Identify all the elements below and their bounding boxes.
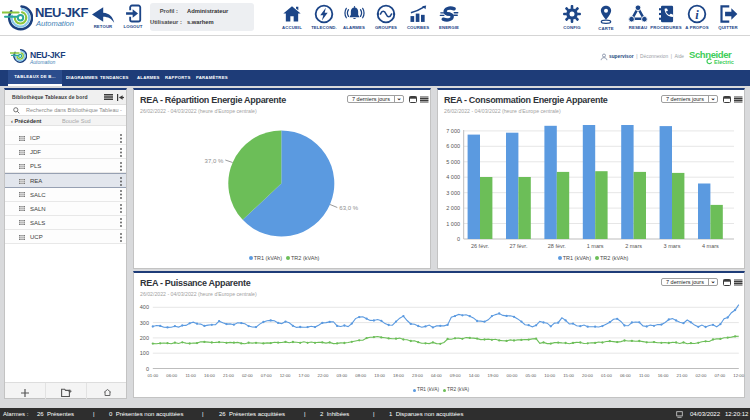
svg-text:07:00: 07:00 — [261, 373, 272, 378]
svg-text:06:00: 06:00 — [620, 373, 631, 378]
svg-text:01:00: 01:00 — [601, 373, 612, 378]
svg-text:21:00: 21:00 — [677, 373, 688, 378]
svg-text:26 févr.: 26 févr. — [471, 243, 490, 249]
svg-text:11:00: 11:00 — [639, 373, 650, 378]
svg-text:3 000: 3 000 — [446, 189, 460, 195]
svg-text:12:00: 12:00 — [280, 373, 291, 378]
svg-text:19:00: 19:00 — [488, 373, 499, 378]
svg-text:28 févr.: 28 févr. — [548, 243, 567, 249]
svg-text:22:00: 22:00 — [318, 373, 329, 378]
svg-text:3 mars: 3 mars — [664, 243, 681, 249]
svg-text:i: i — [695, 8, 699, 22]
svg-text:4 000: 4 000 — [446, 174, 460, 180]
svg-text:400: 400 — [140, 304, 149, 310]
svg-text:300: 300 — [140, 320, 149, 326]
svg-text:63,0 %: 63,0 % — [339, 205, 358, 211]
svg-text:100: 100 — [140, 350, 149, 356]
svg-text:10:00: 10:00 — [544, 373, 555, 378]
svg-text:17:00: 17:00 — [299, 373, 310, 378]
svg-text:2 000: 2 000 — [446, 205, 460, 211]
svg-text:06:00: 06:00 — [166, 373, 177, 378]
svg-text:18:00: 18:00 — [393, 373, 404, 378]
svg-text:02:00: 02:00 — [242, 373, 253, 378]
svg-text:4 mars: 4 mars — [702, 243, 719, 249]
svg-text:7 000: 7 000 — [446, 127, 460, 133]
svg-text:23:00: 23:00 — [412, 373, 423, 378]
svg-text:03:00: 03:00 — [336, 373, 347, 378]
svg-text:16:00: 16:00 — [658, 373, 669, 378]
svg-text:0: 0 — [146, 366, 149, 372]
svg-text:1 mars: 1 mars — [587, 243, 604, 249]
svg-text:11:00: 11:00 — [185, 373, 196, 378]
svg-text:02:00: 02:00 — [696, 373, 707, 378]
svg-text:6 000: 6 000 — [446, 143, 460, 149]
svg-text:15:00: 15:00 — [563, 373, 574, 378]
svg-text:08:00: 08:00 — [355, 373, 366, 378]
svg-text:27 févr.: 27 févr. — [509, 243, 528, 249]
svg-text:09:00: 09:00 — [450, 373, 461, 378]
svg-text:0: 0 — [457, 236, 460, 242]
svg-text:05:00: 05:00 — [525, 373, 536, 378]
svg-text:04:00: 04:00 — [431, 373, 442, 378]
svg-text:12:00: 12:00 — [733, 373, 744, 378]
svg-text:01:00: 01:00 — [147, 373, 158, 378]
svg-text:5 000: 5 000 — [446, 158, 460, 164]
svg-text:1 000: 1 000 — [446, 220, 460, 226]
svg-text:21:00: 21:00 — [223, 373, 234, 378]
svg-text:200: 200 — [140, 335, 149, 341]
svg-text:13:00: 13:00 — [374, 373, 385, 378]
svg-text:07:00: 07:00 — [714, 373, 725, 378]
svg-text:16:00: 16:00 — [204, 373, 215, 378]
svg-text:2 mars: 2 mars — [625, 243, 642, 249]
svg-text:20:00: 20:00 — [582, 373, 593, 378]
svg-text:00:00: 00:00 — [507, 373, 518, 378]
svg-text:37,0 %: 37,0 % — [205, 158, 224, 164]
svg-text:14:00: 14:00 — [469, 373, 480, 378]
